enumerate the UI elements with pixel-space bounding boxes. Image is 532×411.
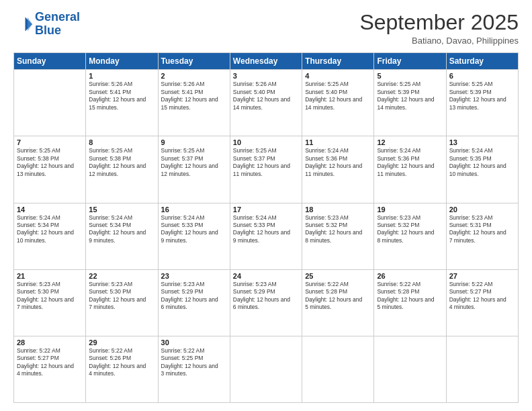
calendar-cell [302,336,374,402]
day-info: Sunrise: 5:25 AMSunset: 5:37 PMDaylight:… [233,147,299,178]
day-info: Sunrise: 5:23 AMSunset: 5:30 PMDaylight:… [89,281,154,312]
calendar-cell: 22Sunrise: 5:23 AMSunset: 5:30 PMDayligh… [86,269,158,336]
calendar-cell: 17Sunrise: 5:24 AMSunset: 5:33 PMDayligh… [230,203,302,269]
calendar-cell: 26Sunrise: 5:22 AMSunset: 5:28 PMDayligh… [374,269,446,336]
calendar-cell [14,70,86,136]
calendar-cell: 3Sunrise: 5:26 AMSunset: 5:40 PMDaylight… [230,70,302,136]
calendar-cell: 21Sunrise: 5:23 AMSunset: 5:30 PMDayligh… [14,269,86,336]
calendar-cell: 10Sunrise: 5:25 AMSunset: 5:37 PMDayligh… [230,136,302,203]
day-number: 20 [449,205,515,214]
calendar-week-row: 14Sunrise: 5:24 AMSunset: 5:34 PMDayligh… [14,203,519,269]
calendar-cell: 12Sunrise: 5:24 AMSunset: 5:36 PMDayligh… [374,136,446,203]
day-number: 26 [377,272,443,280]
calendar-cell: 19Sunrise: 5:23 AMSunset: 5:32 PMDayligh… [374,203,446,269]
day-number: 15 [89,205,154,214]
day-info: Sunrise: 5:23 AMSunset: 5:32 PMDaylight:… [377,214,443,245]
calendar-cell: 24Sunrise: 5:23 AMSunset: 5:29 PMDayligh… [230,269,302,336]
calendar-cell: 30Sunrise: 5:22 AMSunset: 5:25 PMDayligh… [158,336,230,402]
day-number: 14 [17,205,83,214]
day-info: Sunrise: 5:25 AMSunset: 5:38 PMDaylight:… [17,147,83,178]
day-number: 9 [161,138,227,146]
location: Batiano, Davao, Philippines [359,36,519,46]
day-info: Sunrise: 5:23 AMSunset: 5:30 PMDaylight:… [17,281,83,312]
calendar-cell: 25Sunrise: 5:22 AMSunset: 5:28 PMDayligh… [302,269,374,336]
logo-text: General Blue [35,11,80,38]
day-info: Sunrise: 5:25 AMSunset: 5:38 PMDaylight:… [89,147,154,178]
day-info: Sunrise: 5:26 AMSunset: 5:41 PMDaylight:… [89,81,154,111]
day-number: 2 [161,72,227,80]
day-info: Sunrise: 5:25 AMSunset: 5:40 PMDaylight:… [305,81,371,111]
day-info: Sunrise: 5:24 AMSunset: 5:33 PMDaylight:… [233,214,299,245]
calendar-cell: 5Sunrise: 5:25 AMSunset: 5:39 PMDaylight… [374,70,446,136]
calendar-cell: 9Sunrise: 5:25 AMSunset: 5:37 PMDaylight… [158,136,230,203]
calendar-cell: 8Sunrise: 5:25 AMSunset: 5:38 PMDaylight… [86,136,158,203]
day-number: 11 [305,138,371,146]
calendar-cell: 15Sunrise: 5:24 AMSunset: 5:34 PMDayligh… [86,203,158,269]
calendar-cell: 23Sunrise: 5:23 AMSunset: 5:29 PMDayligh… [158,269,230,336]
calendar-cell: 2Sunrise: 5:26 AMSunset: 5:41 PMDaylight… [158,70,230,136]
calendar-cell: 16Sunrise: 5:24 AMSunset: 5:33 PMDayligh… [158,203,230,269]
day-info: Sunrise: 5:24 AMSunset: 5:34 PMDaylight:… [89,214,154,245]
day-number: 27 [449,272,515,280]
day-number: 12 [377,138,443,146]
weekday-header: Thursday [302,53,374,70]
title-block: September 2025 Batiano, Davao, Philippin… [359,11,519,46]
day-info: Sunrise: 5:22 AMSunset: 5:27 PMDaylight:… [17,347,83,378]
calendar-cell [374,336,446,402]
logo-icon [13,15,32,34]
calendar-week-row: 28Sunrise: 5:22 AMSunset: 5:27 PMDayligh… [14,336,519,402]
calendar-cell: 1Sunrise: 5:26 AMSunset: 5:41 PMDaylight… [86,70,158,136]
calendar-cell: 20Sunrise: 5:23 AMSunset: 5:31 PMDayligh… [446,203,518,269]
day-info: Sunrise: 5:26 AMSunset: 5:41 PMDaylight:… [161,81,227,111]
calendar-header-row: SundayMondayTuesdayWednesdayThursdayFrid… [14,53,519,70]
day-number: 7 [17,138,83,146]
day-number: 6 [449,72,515,80]
calendar-cell: 7Sunrise: 5:25 AMSunset: 5:38 PMDaylight… [14,136,86,203]
header: General Blue September 2025 Batiano, Dav… [13,11,519,46]
day-info: Sunrise: 5:22 AMSunset: 5:28 PMDaylight:… [377,281,443,312]
day-number: 17 [233,205,299,214]
day-number: 5 [377,72,443,80]
day-number: 18 [305,205,371,214]
calendar-cell [446,336,518,402]
calendar-week-row: 7Sunrise: 5:25 AMSunset: 5:38 PMDaylight… [14,136,519,203]
day-info: Sunrise: 5:23 AMSunset: 5:31 PMDaylight:… [449,214,515,245]
day-info: Sunrise: 5:25 AMSunset: 5:39 PMDaylight:… [449,81,515,111]
day-number: 19 [377,205,443,214]
day-number: 30 [161,338,227,347]
calendar: SundayMondayTuesdayWednesdayThursdayFrid… [13,52,519,403]
day-number: 21 [17,272,83,280]
calendar-cell: 6Sunrise: 5:25 AMSunset: 5:39 PMDaylight… [446,70,518,136]
day-number: 4 [305,72,371,80]
calendar-cell: 4Sunrise: 5:25 AMSunset: 5:40 PMDaylight… [302,70,374,136]
day-number: 28 [17,338,83,347]
day-number: 29 [89,338,154,347]
day-number: 23 [161,272,227,280]
month-title: September 2025 [359,11,519,34]
logo-line2: Blue [35,24,61,37]
calendar-cell: 11Sunrise: 5:24 AMSunset: 5:36 PMDayligh… [302,136,374,203]
weekday-header: Sunday [14,53,86,70]
calendar-cell [230,336,302,402]
svg-marker-1 [28,17,32,31]
day-info: Sunrise: 5:24 AMSunset: 5:36 PMDaylight:… [377,147,443,178]
day-info: Sunrise: 5:22 AMSunset: 5:25 PMDaylight:… [161,347,227,378]
logo-line1: General [35,10,80,24]
calendar-cell: 28Sunrise: 5:22 AMSunset: 5:27 PMDayligh… [14,336,86,402]
calendar-cell: 29Sunrise: 5:22 AMSunset: 5:26 PMDayligh… [86,336,158,402]
day-number: 25 [305,272,371,280]
day-info: Sunrise: 5:24 AMSunset: 5:34 PMDaylight:… [17,214,83,245]
day-info: Sunrise: 5:26 AMSunset: 5:40 PMDaylight:… [233,81,299,111]
day-info: Sunrise: 5:22 AMSunset: 5:26 PMDaylight:… [89,347,154,378]
day-number: 16 [161,205,227,214]
page: General Blue September 2025 Batiano, Dav… [0,0,532,411]
day-info: Sunrise: 5:24 AMSunset: 5:33 PMDaylight:… [161,214,227,245]
weekday-header: Wednesday [230,53,302,70]
day-info: Sunrise: 5:22 AMSunset: 5:28 PMDaylight:… [305,281,371,312]
day-number: 3 [233,72,299,80]
day-number: 1 [89,72,154,80]
day-number: 13 [449,138,515,146]
day-info: Sunrise: 5:24 AMSunset: 5:35 PMDaylight:… [449,147,515,178]
weekday-header: Monday [86,53,158,70]
day-info: Sunrise: 5:23 AMSunset: 5:29 PMDaylight:… [233,281,299,312]
